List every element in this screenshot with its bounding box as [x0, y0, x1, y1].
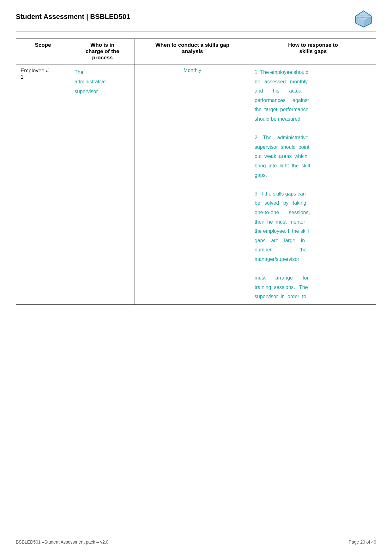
college-logo-icon: Australian Technology and Innovation Col… [351, 9, 376, 28]
how-line-19: must arrange for [255, 273, 371, 283]
main-table-container: Scope Who is in charge of the process Wh… [0, 39, 392, 305]
how-line-17: number, the [255, 245, 371, 255]
how-line-1: be assessed monthly [255, 77, 371, 87]
how-spacer-3 [255, 264, 371, 273]
how-line-11: 3. If the skills gaps can [255, 189, 371, 199]
page-header: Student Assessment | BSBLED501 Australia… [0, 0, 392, 32]
how-line-14: then he must mentor [255, 217, 371, 227]
who-cell: The administrative supervisor [70, 64, 135, 305]
svg-text:Australian Technology: Australian Technology [357, 14, 371, 16]
how-line-0: 1. The employee should [255, 68, 371, 77]
how-line-5: should be measured. [255, 114, 371, 124]
how-line-3: performances against [255, 96, 371, 105]
how-line-12: be solved by taking [255, 198, 371, 208]
how-line-18: manager/supervisor [255, 255, 371, 264]
logo-area: Australian Technology and Innovation Col… [351, 9, 376, 28]
how-line-6: 2. The administrative [255, 133, 371, 142]
how-line-20: training sessions. The [255, 283, 371, 292]
page-title: Student Assessment | BSBLED501 [16, 9, 130, 21]
how-line-10: gaps. [255, 171, 371, 180]
how-spacer-1 [255, 124, 371, 133]
scope-cell: Employee # 1 [16, 64, 70, 305]
skills-gap-table: Scope Who is in charge of the process Wh… [16, 39, 376, 305]
col-header-scope: Scope [16, 39, 70, 64]
table-row: Employee # 1 The administrative supervis… [16, 64, 376, 305]
footer-right: Page 20 of 49 [349, 539, 376, 545]
how-line-15: the employee. If the skill [255, 226, 371, 236]
col-header-how: How to response to skills gaps [250, 39, 376, 64]
how-line-13: one-to-one sessions, [255, 208, 371, 217]
how-line-4: the target performance [255, 105, 371, 114]
when-cell: Monthly [135, 64, 250, 305]
how-line-9: bring into light the skill [255, 161, 371, 171]
header-divider [16, 32, 376, 32]
how-spacer-2 [255, 180, 371, 189]
how-line-16: gaps are large in [255, 236, 371, 245]
how-line-7: supervisor should point [255, 142, 371, 152]
how-cell: 1. The employee should be assessed month… [250, 64, 376, 305]
table-header-row: Scope Who is in charge of the process Wh… [16, 39, 376, 64]
col-header-who: Who is in charge of the process [70, 39, 135, 64]
page-footer: BSBLED501 –Student Assessment pack – v2.… [16, 539, 376, 545]
col-header-when: When to conduct a skills gap analysis [135, 39, 250, 64]
how-line-21: supervisor in order to [255, 292, 371, 301]
how-line-2: and his actual [255, 86, 371, 96]
footer-left: BSBLED501 –Student Assessment pack – v2.… [16, 539, 108, 545]
svg-text:and Innovation College: and Innovation College [357, 17, 370, 18]
how-line-8: out weak areas which [255, 152, 371, 161]
